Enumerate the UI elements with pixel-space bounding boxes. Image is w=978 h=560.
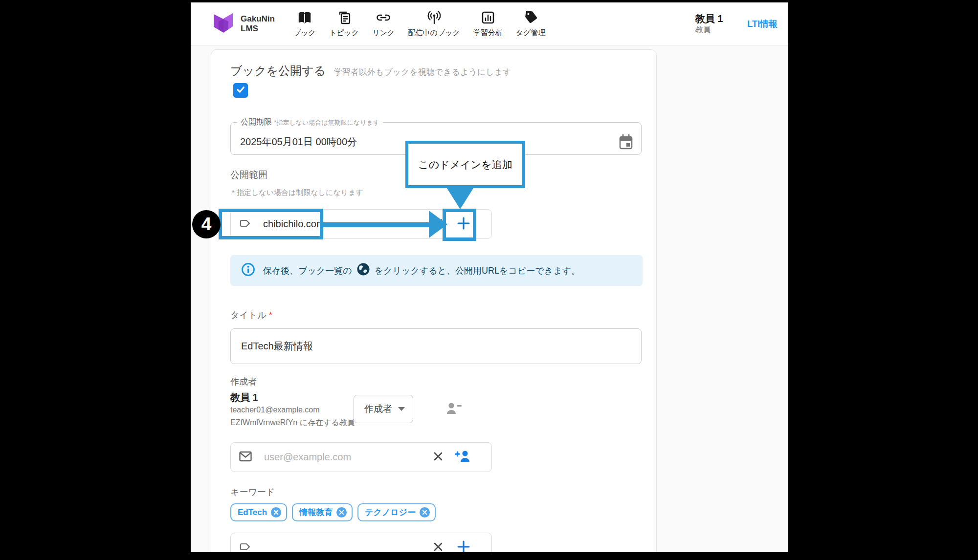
nav-label-topics: トピック	[329, 28, 359, 38]
chevron-down-icon	[398, 407, 405, 411]
collaborator-email-input[interactable]: user@example.com	[264, 452, 351, 463]
nav-item-tags[interactable]: タグ管理	[516, 10, 546, 38]
keywords-label: キーワード	[230, 486, 275, 498]
calendar-icon	[618, 134, 634, 151]
annotation-domain-highlight	[219, 209, 323, 239]
step-number: 4	[201, 214, 212, 235]
user-info[interactable]: 教員 1 教員	[695, 13, 723, 35]
app-window: GakuNin LMS ブック	[191, 2, 788, 552]
broadcast-icon	[427, 10, 442, 27]
nav-item-published-books[interactable]: 配信中のブック	[408, 10, 460, 38]
annotation-plus-highlight	[443, 209, 476, 241]
annotation-callout-text: このドメインを追加	[418, 158, 512, 172]
info-icon	[241, 262, 256, 279]
deadline-note: *指定しない場合は無期限になります	[274, 119, 379, 126]
nav-label-published-books: 配信中のブック	[408, 28, 460, 38]
publish-label: ブックを公開する	[230, 64, 326, 77]
publish-description: 学習者以外もブックを視聴できるようにします	[334, 67, 511, 77]
creator-role-select[interactable]: 作成者	[354, 395, 413, 423]
annotation-callout-pointer	[446, 187, 474, 209]
topic-icon	[337, 10, 352, 27]
nav-label-books: ブック	[293, 28, 316, 38]
user-name: 教員 1	[695, 13, 723, 25]
nav-item-books[interactable]: ブック	[293, 10, 316, 38]
main-content: ブックを公開する 学習者以外もブックを視聴できるようにします 公開期限 *指定し…	[191, 45, 788, 552]
keyword-chip[interactable]: EdTech	[230, 503, 287, 521]
book-settings-form: ブックを公開する 学習者以外もブックを視聴できるようにします 公開期限 *指定し…	[211, 49, 657, 552]
nav-item-links[interactable]: リンク	[372, 10, 395, 38]
top-navbar: GakuNin LMS ブック	[191, 2, 788, 45]
main-nav: ブック トピック	[293, 10, 546, 38]
globe-icon	[356, 262, 371, 279]
chip-delete-icon[interactable]	[420, 507, 430, 517]
annotation-arrow-stem	[322, 222, 431, 227]
info-text-after: をクリックすると、公開用URLをコピーできます。	[375, 265, 580, 277]
logo-text: GakuNin LMS	[241, 14, 275, 33]
info-banner: 保存後、ブック一覧の をクリックすると、公開用URLをコピーできます。	[230, 255, 643, 286]
logo-line2: LMS	[241, 24, 258, 33]
annotation-callout: このドメインを追加	[405, 141, 525, 188]
creator-name: 教員 1	[230, 391, 258, 404]
chip-label: EdTech	[238, 508, 267, 517]
info-banner-text: 保存後、ブック一覧の をクリックすると、公開用URLをコピーできます。	[263, 262, 580, 279]
person-remove-icon[interactable]	[445, 401, 464, 418]
collaborator-email-row[interactable]: user@example.com	[230, 442, 492, 472]
title-section-label: タイトル*	[230, 309, 272, 321]
keyword-chips: EdTech 情報教育 テクノロジー	[230, 503, 436, 521]
chip-delete-icon[interactable]	[336, 507, 347, 517]
nav-item-analytics[interactable]: 学習分析	[473, 10, 503, 38]
step-number-badge: 4	[192, 210, 221, 238]
publish-checkbox[interactable]	[233, 83, 248, 98]
gakunin-logo-icon	[210, 10, 237, 38]
checkmark-icon	[235, 84, 246, 97]
deadline-value[interactable]: 2025年05月01日 00時00分	[240, 135, 357, 149]
chip-label: 情報教育	[299, 507, 333, 518]
tag-outline-icon	[239, 540, 251, 553]
keyword-input-row[interactable]	[230, 533, 492, 552]
creator-origin: EZfWmlVrnweRfYn に存在する教員	[230, 418, 355, 428]
scope-note: * 指定しない場合は制限なしになります	[232, 188, 363, 197]
link-icon	[376, 10, 391, 27]
keyword-clear-icon[interactable]	[433, 541, 444, 553]
calendar-button[interactable]	[618, 133, 634, 151]
user-role: 教員	[695, 25, 723, 35]
book-icon	[297, 10, 312, 27]
logo-line1: GakuNin	[241, 14, 275, 23]
app-logo[interactable]: GakuNin LMS	[210, 10, 275, 38]
chip-delete-icon[interactable]	[271, 507, 281, 517]
keyword-chip[interactable]: 情報教育	[292, 503, 353, 521]
nav-item-topics[interactable]: トピック	[329, 10, 359, 38]
person-add-button[interactable]	[454, 449, 471, 466]
deadline-legend: 公開期限 *指定しない場合は無期限になります	[237, 117, 383, 128]
keyword-add-button[interactable]	[456, 539, 471, 553]
info-text-before: 保存後、ブック一覧の	[263, 265, 352, 277]
title-input-value: EdTech最新情報	[241, 340, 313, 353]
title-label: タイトル	[230, 310, 267, 320]
collaborator-clear-icon[interactable]	[433, 451, 444, 464]
mail-icon	[239, 451, 252, 464]
scope-label: 公開範囲	[230, 169, 267, 181]
creator-label: 作成者	[230, 376, 257, 388]
creator-role-value: 作成者	[364, 403, 392, 415]
analytics-icon	[481, 10, 495, 27]
creator-email: teacher01@example.com	[230, 406, 320, 414]
nav-label-links: リンク	[372, 28, 395, 38]
deadline-label: 公開期限	[241, 118, 272, 126]
tag-icon	[523, 10, 538, 27]
required-asterisk: *	[269, 310, 272, 320]
keyword-chip[interactable]: テクノロジー	[357, 503, 436, 521]
nav-label-analytics: 学習分析	[473, 28, 503, 38]
publish-section-header: ブックを公開する 学習者以外もブックを視聴できるようにします	[230, 63, 511, 79]
chip-label: テクノロジー	[365, 507, 416, 518]
nav-label-tags: タグ管理	[516, 28, 546, 38]
title-input[interactable]: EdTech最新情報	[230, 328, 642, 364]
lti-info-link[interactable]: LTI情報	[747, 18, 778, 30]
